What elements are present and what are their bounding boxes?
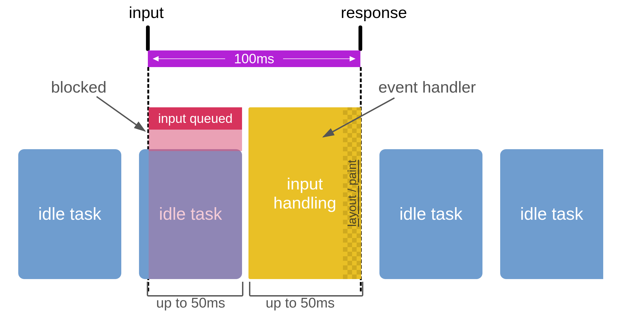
input-handling-label: input handling bbox=[273, 174, 336, 213]
idle-task-block: idle task bbox=[379, 149, 482, 279]
budget-bar-label: 100ms bbox=[234, 50, 274, 67]
idle-task-label: idle task bbox=[38, 204, 101, 224]
bracket-idle-label: up to 50ms bbox=[156, 295, 225, 311]
arrow-left-icon bbox=[155, 58, 225, 59]
arrowhead-left-icon bbox=[153, 56, 159, 61]
axis-label-input: input bbox=[129, 3, 164, 22]
tick-input bbox=[146, 25, 150, 51]
axis-label-response: response bbox=[341, 3, 407, 22]
layout-paint-strip: layout / paint bbox=[343, 107, 361, 279]
tick-response bbox=[358, 25, 362, 51]
diagram-stage: input response 100ms idle task idle task… bbox=[0, 0, 644, 322]
bracket-idle-budget bbox=[147, 282, 243, 297]
bracket-handling-budget bbox=[249, 282, 363, 297]
idle-task-label: idle task bbox=[520, 204, 583, 224]
idle-task-label: idle task bbox=[400, 204, 463, 224]
svg-line-0 bbox=[97, 97, 145, 131]
input-queued-fade bbox=[149, 130, 242, 151]
bracket-handling-label: up to 50ms bbox=[266, 295, 335, 311]
arrow-right-icon bbox=[283, 58, 353, 59]
input-queued-bar: input queued bbox=[149, 107, 242, 130]
idle-task-block: idle task bbox=[500, 149, 603, 279]
input-queued-label: input queued bbox=[158, 111, 233, 126]
arrowhead-right-icon bbox=[350, 56, 356, 61]
layout-paint-label: layout / paint bbox=[345, 160, 359, 227]
idle-task-block: idle task bbox=[18, 149, 121, 279]
idle-task-blocked-overlay bbox=[149, 149, 242, 279]
annotation-blocked: blocked bbox=[51, 78, 107, 96]
annotation-event-handler: event handler bbox=[378, 78, 476, 96]
budget-bar-100ms: 100ms bbox=[148, 50, 360, 67]
